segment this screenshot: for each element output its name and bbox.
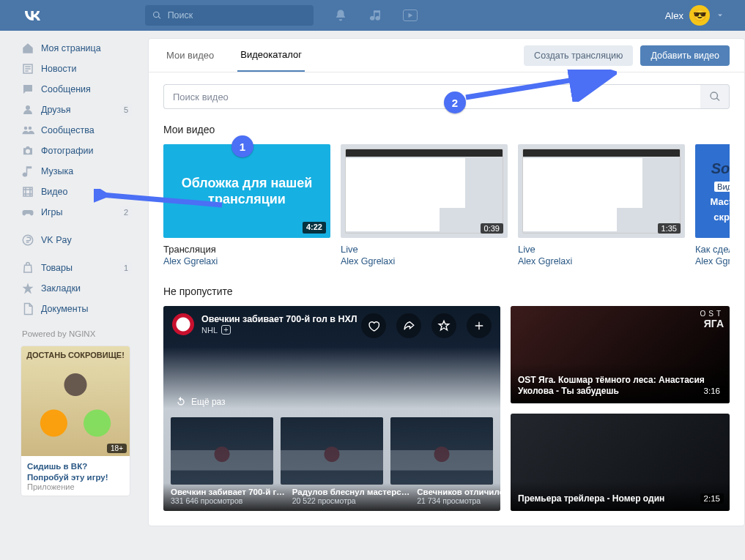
sidebar-item-games[interactable]: Игры 2 (21, 202, 139, 223)
video-title: Live (341, 244, 508, 255)
star-icon (21, 281, 35, 296)
sidebar-item-label: Сообщества (41, 125, 94, 135)
search-icon (152, 10, 162, 20)
tab-video-catalog[interactable]: Видеокаталог (237, 39, 305, 72)
tile-title: Премьера трейлера - Номер один (511, 482, 730, 511)
sidebar-item-friends[interactable]: Друзья 5 (21, 100, 139, 120)
replay-label[interactable]: Ещё раз (175, 396, 226, 408)
gamepad-icon (21, 205, 35, 220)
sidebar-item-music[interactable]: Музыка (21, 161, 139, 182)
camera-icon (21, 143, 35, 158)
sidebar-item-label: Игры (41, 207, 62, 217)
thumb-views: 20 522 просмотра (292, 496, 409, 505)
video-search-input[interactable] (163, 84, 700, 109)
create-stream-button[interactable]: Создать трансляцию (524, 45, 633, 66)
sidebar-ad[interactable]: ДОСТАНЬ СОКРОВИЩЕ! 18+ Сидишь в ВК? Попр… (21, 346, 130, 496)
video-author[interactable]: Alex Ggrelaxi (518, 256, 685, 266)
playlist-thumb[interactable] (171, 417, 273, 485)
section-my-videos-header: Мои видео (163, 124, 730, 135)
music-icon[interactable] (368, 7, 384, 23)
sidebar-item-profile[interactable]: Моя страница (21, 38, 139, 59)
video-thumb: Обложка для нашей трансляции 4:22 (163, 144, 330, 238)
video-title: Трансляция (163, 244, 330, 255)
chevron-down-icon (716, 11, 724, 20)
featured-title: Овечкин забивает 700-й гол в НХЛ (201, 314, 357, 326)
sidebar-item-market[interactable]: Товары 1 (21, 258, 139, 278)
sidebar-item-docs[interactable]: Документы (21, 299, 139, 319)
video-tile[interactable]: Премьера трейлера - Номер один 2:15 (511, 414, 730, 511)
share-icon[interactable] (396, 313, 421, 338)
count-badge: 5 (120, 104, 132, 116)
bookmark-star-icon[interactable] (431, 313, 456, 338)
vk-logo-icon[interactable] (22, 5, 42, 26)
playlist-thumb[interactable] (390, 417, 493, 485)
thumb-views: 331 646 просмотров (171, 496, 285, 505)
video-duration: 2:15 (700, 493, 724, 504)
featured-thumbs (171, 417, 493, 485)
video-author[interactable]: Alex Ggre (695, 256, 730, 266)
film-icon (21, 184, 35, 199)
sidebar-item-messages[interactable]: Сообщения (21, 79, 139, 100)
ad-title[interactable]: Сидишь в ВК? Попробуй эту игру! (27, 462, 108, 482)
notifications-icon[interactable] (333, 7, 349, 23)
sidebar-item-label: Видео (41, 187, 68, 197)
sidebar-item-label: Закладки (41, 283, 81, 294)
global-search-input[interactable] (168, 10, 306, 20)
video-thumb: 0:39 (341, 144, 508, 238)
featured-actions (361, 313, 492, 338)
sidebar-item-label: Друзья (41, 105, 71, 115)
video-search-button[interactable] (700, 84, 730, 109)
powered-by: Powered by NGINX (22, 329, 139, 338)
thumb-title: Овечкин забивает 700-й г… (171, 488, 285, 496)
home-icon (21, 41, 35, 56)
video-author[interactable]: Alex Ggrelaxi (341, 256, 508, 266)
thumb-text: Soc (711, 160, 730, 177)
thumb-views: 21 734 просмотра (417, 496, 500, 505)
doc-icon (21, 302, 35, 316)
subscribe-icon[interactable]: + (221, 325, 231, 335)
sidebar-item-video[interactable]: Видео (21, 182, 139, 202)
add-icon[interactable] (467, 313, 492, 338)
like-icon[interactable] (361, 313, 386, 338)
user-menu[interactable]: Alex 😎 (665, 5, 724, 26)
sidebar-item-news[interactable]: Новости (21, 59, 139, 79)
sidebar-item-photos[interactable]: Фотографии (21, 141, 139, 161)
bag-icon (21, 261, 35, 275)
sidebar-item-communities[interactable]: Сообщества (21, 120, 139, 141)
sidebar-item-label: Моя страница (41, 43, 101, 53)
video-card[interactable]: 0:39 Live Alex Ggrelaxi (341, 144, 508, 266)
featured-video-player[interactable]: Овечкин забивает 700-й гол в НХЛ NHL + (163, 306, 500, 511)
dontmiss-row: Овечкин забивает 700-й гол в НХЛ NHL + (163, 306, 730, 511)
tile-title: OST Яга. Кошмар тёмного леса: Анастасия … (511, 363, 730, 403)
global-search[interactable] (145, 5, 314, 26)
sidebar-item-bookmarks[interactable]: Закладки (21, 278, 139, 299)
channel-name[interactable]: NHL (201, 326, 218, 335)
playlist-thumb[interactable] (281, 417, 383, 485)
thumb-text: скри (714, 212, 730, 223)
ad-subtitle: Приложение (27, 482, 124, 491)
sidebar-item-label: Сообщения (41, 84, 91, 94)
section-dontmiss-header: Не пропустите (163, 285, 730, 297)
left-sidebar: Моя страница Новости Сообщения Друзья 5 … (0, 38, 139, 526)
tab-my-videos[interactable]: Мои видео (163, 39, 217, 72)
dontmiss-side: OST ЯГА OST Яга. Кошмар тёмного леса: Ан… (511, 306, 730, 511)
thumb-overlay-text: Обложка для нашей трансляции (174, 175, 320, 208)
video-player-icon[interactable] (403, 10, 418, 21)
sidebar-item-label: Музыка (41, 166, 73, 176)
count-badge: 1 (120, 262, 132, 274)
video-card[interactable]: Обложка для нашей трансляции 4:22 Трансл… (163, 144, 330, 266)
count-badge: 2 (120, 206, 132, 218)
video-card[interactable]: 1:35 Live Alex Ggrelaxi (518, 144, 685, 266)
video-thumb: Soc Вид Масте скри (695, 144, 730, 238)
ad-banner-text: ДОСТАНЬ СОКРОВИЩЕ! (21, 351, 130, 359)
video-tile[interactable]: OST ЯГА OST Яга. Кошмар тёмного леса: Ан… (511, 306, 730, 403)
video-author[interactable]: Alex Ggrelaxi (163, 256, 330, 266)
thumb-title: Радулов блеснул мастерс… (292, 488, 409, 496)
thumb-text: Вид (714, 182, 730, 192)
my-videos-row: Обложка для нашей трансляции 4:22 Трансл… (163, 144, 730, 266)
video-card-partial[interactable]: Soc Вид Масте скри Как сдела Alex Ggre (695, 144, 730, 266)
sidebar-item-vkpay[interactable]: VK Pay (21, 230, 139, 250)
add-video-button[interactable]: Добавить видео (640, 45, 730, 66)
communities-icon (21, 123, 35, 138)
video-search-row (163, 84, 730, 109)
